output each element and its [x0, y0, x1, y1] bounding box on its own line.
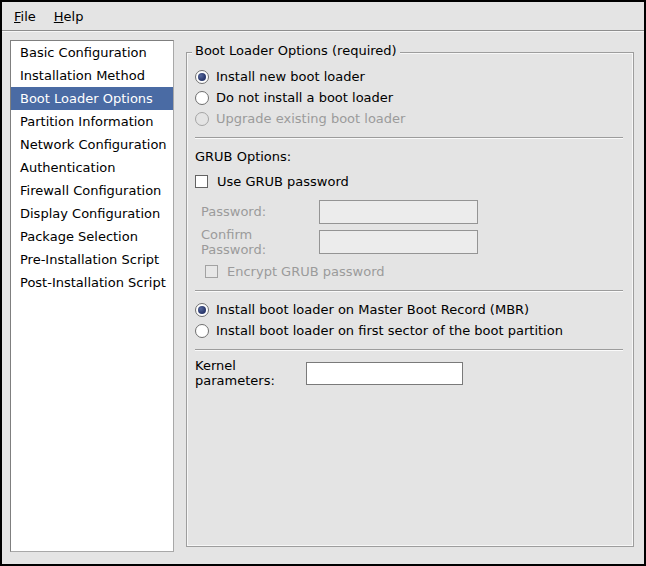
- checkbox-label: Encrypt GRUB password: [227, 264, 385, 279]
- radio-install-new-boot-loader[interactable]: Install new boot loader: [195, 66, 623, 87]
- radio-button-icon: [195, 303, 209, 317]
- frame-title: Boot Loader Options (required): [192, 43, 400, 58]
- grub-confirm-password-row: Confirm Password:: [201, 231, 623, 252]
- kernel-parameters-label: Kernel parameters:: [195, 358, 306, 388]
- sidebar-item-basic-configuration[interactable]: Basic Configuration: [11, 41, 173, 64]
- separator: [195, 137, 623, 139]
- sidebar-item-display-configuration[interactable]: Display Configuration: [11, 202, 173, 225]
- grub-options-label: GRUB Options:: [195, 146, 623, 167]
- menubar: File Help: [2, 2, 644, 31]
- kernel-parameters-row: Kernel parameters:: [195, 358, 623, 388]
- sidebar-item-boot-loader-options[interactable]: Boot Loader Options: [11, 87, 173, 110]
- radio-install-on-first-sector[interactable]: Install boot loader on first sector of t…: [195, 320, 623, 341]
- radio-label: Do not install a boot loader: [216, 90, 393, 105]
- checkbox-label: Use GRUB password: [217, 174, 349, 189]
- checkbox-encrypt-grub-password: Encrypt GRUB password: [205, 261, 623, 282]
- sidebar-item-package-selection[interactable]: Package Selection: [11, 225, 173, 248]
- kernel-parameters-input[interactable]: [306, 362, 463, 385]
- sidebar-nav: Basic Configuration Installation Method …: [10, 40, 174, 552]
- menu-help-mnemonic: H: [54, 9, 64, 24]
- sidebar-item-pre-installation-script[interactable]: Pre-Installation Script: [11, 248, 173, 271]
- checkbox-use-grub-password[interactable]: Use GRUB password: [195, 171, 623, 192]
- separator: [195, 349, 623, 351]
- menu-file[interactable]: File: [6, 5, 44, 28]
- sidebar-item-network-configuration[interactable]: Network Configuration: [11, 133, 173, 156]
- radio-button-icon: [195, 112, 209, 126]
- sidebar-item-partition-information[interactable]: Partition Information: [11, 110, 173, 133]
- separator: [195, 290, 623, 292]
- confirm-password-label: Confirm Password:: [201, 227, 319, 257]
- grub-confirm-password-input: [319, 230, 478, 254]
- boot-loader-options-frame: Install new boot loader Do not install a…: [186, 52, 634, 547]
- menu-file-rest: ile: [21, 9, 36, 24]
- checkbox-icon: [205, 265, 218, 278]
- radio-install-on-mbr[interactable]: Install boot loader on Master Boot Recor…: [195, 299, 623, 320]
- sidebar-item-firewall-configuration[interactable]: Firewall Configuration: [11, 179, 173, 202]
- radio-label: Install boot loader on Master Boot Recor…: [216, 302, 529, 317]
- radio-upgrade-existing-boot-loader: Upgrade existing boot loader: [195, 108, 623, 129]
- menu-help[interactable]: Help: [46, 5, 92, 28]
- radio-button-icon: [195, 70, 209, 84]
- grub-password-row: Password:: [201, 201, 623, 222]
- radio-do-not-install-boot-loader[interactable]: Do not install a boot loader: [195, 87, 623, 108]
- radio-label: Install new boot loader: [216, 69, 365, 84]
- radio-button-icon: [195, 324, 209, 338]
- checkbox-icon: [195, 175, 208, 188]
- radio-label: Install boot loader on first sector of t…: [216, 323, 563, 338]
- sidebar-item-installation-method[interactable]: Installation Method: [11, 64, 173, 87]
- boot-loader-options-panel: Boot Loader Options (required) Install n…: [186, 46, 634, 553]
- sidebar-item-authentication[interactable]: Authentication: [11, 156, 173, 179]
- radio-label: Upgrade existing boot loader: [216, 111, 405, 126]
- password-label: Password:: [201, 204, 319, 219]
- sidebar-item-post-installation-script[interactable]: Post-Installation Script: [11, 271, 173, 294]
- main-content: Basic Configuration Installation Method …: [2, 31, 644, 562]
- radio-button-icon: [195, 91, 209, 105]
- grub-password-input: [319, 200, 478, 224]
- menu-help-rest: elp: [64, 9, 84, 24]
